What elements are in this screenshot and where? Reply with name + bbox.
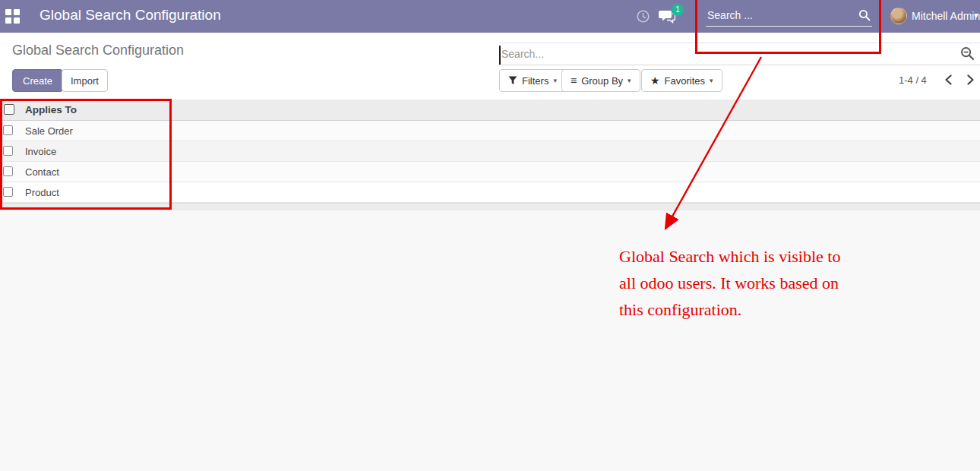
pager-range[interactable]: 1-4 / 4 [899,74,927,86]
user-name: Mitchell Admin [912,10,980,22]
row-checkbox[interactable] [3,166,13,176]
row-label: Product [25,187,59,198]
pager-next-icon[interactable] [966,74,975,88]
global-search-input[interactable] [707,7,848,24]
row-checkbox[interactable] [3,187,13,197]
group-by-caret-icon: ▾ [628,77,631,84]
list-footer-strip [0,203,980,210]
import-button[interactable]: Import [62,69,108,92]
group-by-button[interactable]: ≡ Group By ▾ [561,69,640,92]
app-title: Global Search Configuration [40,7,221,24]
group-by-icon: ≡ [571,74,577,87]
create-button[interactable]: Create [12,69,63,92]
row-checkbox[interactable] [3,146,13,156]
breadcrumb: Global Search Configuration [12,43,184,58]
select-all-checkbox[interactable] [4,104,14,115]
apps-menu-icon[interactable] [5,9,20,24]
list-row-invoice[interactable]: Invoice [0,141,980,162]
list-row-contact[interactable]: Contact [0,162,980,182]
row-label: Sale Order [25,125,73,137]
list-row-product[interactable]: Product [0,182,980,203]
list-search-input[interactable] [501,44,927,64]
top-navbar: Global Search Configuration 1 Mitchell [0,0,980,33]
activity-clock-icon[interactable] [637,10,650,23]
user-menu-caret-icon: ▾ [974,11,978,21]
searchview-top-border [499,43,980,43]
star-icon: ★ [650,74,660,87]
annotation-note: Global Search which is visible to all od… [619,243,877,323]
row-label: Invoice [25,146,56,157]
group-by-label: Group By [581,75,623,87]
filters-label: Filters [522,75,548,87]
global-search-box [706,5,872,27]
filters-caret-icon: ▾ [553,77,557,84]
row-label: Contact [25,166,59,178]
column-header-applies-to[interactable]: Applies To [25,104,77,115]
favorites-caret-icon: ▾ [710,77,713,84]
pager-previous-icon[interactable] [944,74,953,88]
list-header-row: Applies To [0,100,980,121]
annotation-note-line: all odoo users. It works based on [619,270,877,296]
search-icon[interactable] [858,9,871,21]
favorites-label: Favorites [665,75,705,87]
row-checkbox[interactable] [3,125,13,135]
funnel-icon [508,76,517,85]
filters-button[interactable]: Filters ▾ [499,69,566,92]
avatar [890,8,907,24]
search-options-icon[interactable] [960,46,975,64]
control-panel: Global Search Configuration Create Impor… [0,33,980,100]
list-row-sale-order[interactable]: Sale Order [0,121,980,141]
annotation-note-line: Global Search which is visible to [619,243,877,270]
search-text-caret [499,46,501,65]
messages-count-badge: 1 [672,4,684,16]
screen: Global Search Configuration 1 Mitchell [0,0,980,471]
searchview-bottom-border [499,65,980,65]
annotation-note-line: this configuration. [619,296,877,323]
favorites-button[interactable]: ★ Favorites ▾ [641,69,722,92]
